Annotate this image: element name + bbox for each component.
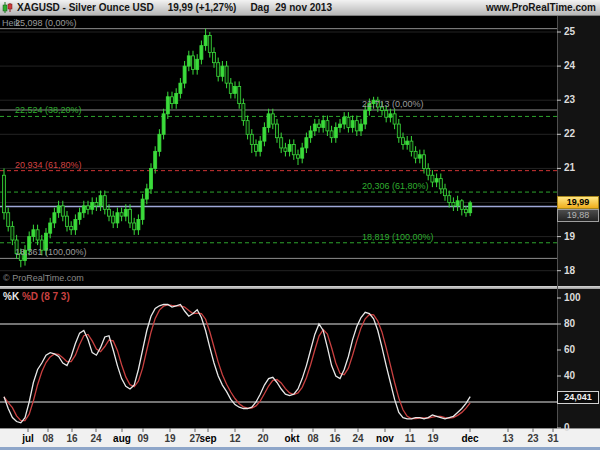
candle-body [351, 121, 354, 128]
stoch-axis-label: 80 [564, 318, 575, 329]
candle-body [292, 145, 295, 155]
candle-body [82, 206, 85, 213]
candle-body [313, 124, 316, 131]
timeframe-label[interactable]: Dag [250, 2, 269, 13]
stoch-axis-label: 60 [564, 344, 575, 355]
candle-body [343, 117, 346, 124]
candle-body [309, 131, 312, 138]
candle-body [301, 148, 304, 158]
last-quote: 19,99 (+1,27%) [168, 2, 237, 13]
price-axis-label: 24 [564, 60, 575, 71]
candle-body [213, 52, 216, 62]
candle-body [318, 124, 321, 127]
candle-body [355, 121, 358, 131]
time-axis-label: dec [454, 433, 486, 444]
candle-body [32, 230, 35, 237]
candle-body [364, 110, 367, 124]
time-axis-label: 20 [247, 433, 279, 444]
candle-body [389, 114, 392, 117]
candle-body [234, 87, 237, 94]
time-axis-label: 19 [417, 433, 449, 444]
prorealtime-chart-window: XAGUSD - Silver Ounce USD 19,99 (+1,27%)… [0, 0, 600, 450]
price-axis-label: 19 [564, 231, 575, 242]
stoch-d-line [4, 305, 470, 421]
candle-body [276, 124, 279, 138]
stoch-params-label: (8 7 3) [41, 291, 70, 302]
candle-body [217, 63, 220, 77]
chart-canvas[interactable] [0, 0, 600, 450]
price-axis-label: 21 [564, 162, 575, 173]
prorealtime-link[interactable]: www.ProRealTime.com [486, 2, 596, 13]
candle-body [108, 209, 111, 216]
price-axis-label: 18 [564, 265, 575, 276]
candle-body [410, 141, 413, 151]
candle-body [305, 138, 308, 148]
candle-body [229, 83, 232, 93]
candle-body [255, 145, 258, 152]
stoch-k-line [4, 305, 470, 423]
candle-body [183, 66, 186, 83]
last-price-badge: 19,99 [557, 196, 599, 209]
candle-body [36, 230, 39, 240]
fib-label: 20,306 (61,80%) [362, 182, 429, 191]
candle-body [250, 134, 253, 144]
candle-body [200, 46, 203, 60]
candle-body [179, 83, 182, 93]
candle-body [74, 220, 77, 230]
candle-body [469, 203, 472, 213]
fib-label: 18,361 (100,00%) [15, 248, 87, 257]
candle-body [322, 121, 325, 128]
candle-body [397, 124, 400, 138]
candle-body [448, 196, 451, 203]
panel-divider[interactable] [0, 286, 600, 289]
candle-body [431, 175, 434, 182]
candle-body [339, 124, 342, 127]
candle-body [112, 216, 115, 223]
candle-body [427, 168, 430, 175]
candle-body [95, 203, 98, 206]
hline-price-badge[interactable]: 19,88 [557, 209, 599, 222]
candle-body [326, 121, 329, 131]
candle-body [271, 114, 274, 124]
candle-body [49, 223, 52, 233]
candle-body [280, 138, 283, 148]
price-axis-label: 23 [564, 94, 575, 105]
candle-body [246, 121, 249, 135]
candle-body [99, 196, 102, 206]
stoch-axis-label: 40 [564, 370, 575, 381]
candle-body [334, 127, 337, 137]
stochastic-indicator-label[interactable]: %K %D (8 7 3) [3, 291, 70, 302]
copyright-watermark: © ProRealTime.com [3, 273, 84, 283]
instrument-title: XAGUSD - Silver Ounce USD [17, 2, 154, 13]
candle-body [145, 189, 148, 199]
time-axis-label: 31 [537, 433, 569, 444]
candle-body [137, 220, 140, 230]
candle-body [347, 117, 350, 127]
candle-body [385, 110, 388, 117]
candle-body [3, 175, 6, 213]
candle-body [242, 104, 245, 121]
chart-title-bar: XAGUSD - Silver Ounce USD 19,99 (+1,27%)… [0, 0, 600, 16]
candle-body [225, 66, 228, 83]
candle-body [11, 226, 14, 240]
candle-body [116, 213, 119, 223]
candle-body [423, 155, 426, 169]
candle-body [162, 114, 165, 134]
stoch-value-badge: 24,041 [557, 391, 599, 404]
price-axis-label: 25 [564, 26, 575, 37]
candle-body [53, 213, 56, 223]
price-axis-gutter [558, 16, 600, 428]
fib-label: 20,934 (61,80%) [15, 161, 82, 170]
candle-body [141, 199, 144, 219]
candle-body [418, 155, 421, 158]
session-date: 29 nov 2013 [275, 2, 332, 13]
candle-body [439, 179, 442, 189]
candle-body [150, 168, 153, 188]
candle-body [263, 127, 266, 141]
price-axis-label: 22 [564, 128, 575, 139]
candle-body [57, 206, 60, 213]
candle-body [393, 114, 396, 124]
candle-body [204, 35, 207, 45]
candle-body [284, 148, 287, 151]
candle-body [171, 97, 174, 104]
